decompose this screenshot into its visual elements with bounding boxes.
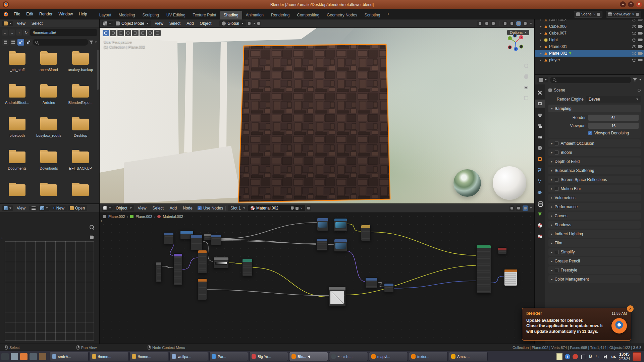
launcher-icon[interactable] — [11, 353, 18, 360]
shader-node[interactable] — [361, 225, 371, 241]
new-image-button[interactable]: + New — [50, 205, 67, 211]
shader-node[interactable] — [198, 279, 207, 300]
camera-visibility-icon[interactable] — [638, 32, 642, 35]
expand-icon[interactable]: ▸ — [540, 25, 543, 28]
unlink-material-icon[interactable]: × — [300, 206, 303, 210]
node-canvas[interactable]: ‹ Plane.002 › Plane.002 › Material.002 — [100, 213, 534, 344]
thumbnail-view-button[interactable] — [25, 39, 32, 46]
section-checkbox[interactable] — [555, 250, 559, 254]
section-volumetrics[interactable]: ▸Volumetrics — [548, 194, 641, 201]
chevron-down-icon[interactable] — [530, 23, 532, 24]
transform-orientation-selector[interactable]: Global — [219, 20, 246, 26]
section-ambient-occlusion[interactable]: ▸Ambient Occlusion — [548, 139, 641, 147]
update-notification[interactable]: blender 11:55 AM Update available for bl… — [522, 308, 631, 341]
folder-item[interactable]: acers3fand — [33, 50, 64, 82]
new-scene-icon[interactable] — [597, 13, 600, 16]
outliner-row-plane-002[interactable]: ▸Plane.002 — [535, 50, 644, 57]
preview-toggle-icon[interactable] — [523, 205, 528, 211]
vertical-list-view-button[interactable] — [2, 39, 9, 46]
fake-user-shield-icon[interactable] — [291, 206, 294, 210]
measure-tool[interactable] — [154, 30, 161, 36]
shader-node[interactable] — [384, 283, 394, 292]
back-button[interactable]: ← — [2, 29, 8, 36]
launcher-icon[interactable] — [1, 353, 9, 360]
editor-type-selector[interactable] — [102, 205, 113, 211]
new-viewlayer-icon[interactable] — [636, 13, 639, 16]
eye-icon[interactable] — [632, 45, 636, 48]
editor-type-selector[interactable] — [2, 205, 13, 211]
path-field[interactable]: /home/amalie/ — [30, 29, 97, 36]
tab-rendering[interactable]: Rendering — [267, 11, 293, 19]
notification-close-button[interactable]: × — [627, 305, 634, 312]
menu-view[interactable]: View — [135, 204, 150, 212]
object-data-properties-tab[interactable] — [535, 210, 545, 218]
window-titlebar[interactable]: Blender [/home/amalie/Desktop/blender/me… — [0, 0, 644, 9]
tab-layout[interactable]: Layout — [96, 11, 115, 19]
breadcrumb-material[interactable]: Material.002 — [163, 215, 183, 219]
tab-sculpting[interactable]: Sculpting — [139, 11, 163, 19]
folder-item[interactable]: AndroidStudi... — [1, 82, 33, 115]
horizontal-list-view-button[interactable] — [10, 39, 16, 46]
section-color-management[interactable]: ▸Color Management — [548, 275, 641, 283]
pan-hand-icon[interactable] — [89, 234, 95, 240]
shader-type-selector[interactable]: Object — [113, 205, 134, 211]
expand-icon[interactable]: ▸ — [540, 19, 543, 21]
material-preview-shading-icon[interactable] — [516, 21, 521, 26]
launcher-icon[interactable] — [39, 353, 46, 360]
chevron-down-icon[interactable] — [253, 23, 255, 24]
panel-toggle-icon[interactable]: › — [1, 236, 2, 241]
taskbar-window-6[interactable]: Ble... — [289, 352, 328, 361]
tab-shading[interactable]: Shading — [220, 11, 242, 19]
navigation-gizmo[interactable]: Y X Z — [506, 33, 525, 52]
select-box-tool[interactable] — [103, 30, 109, 36]
menu-select[interactable]: Select — [166, 20, 183, 27]
menu-add[interactable]: Add — [167, 204, 180, 212]
copy-material-icon[interactable] — [296, 207, 299, 210]
taskbar-window-8[interactable]: mapvi... — [369, 352, 408, 361]
breadcrumb-mesh[interactable]: Plane.002 — [136, 215, 152, 219]
tab-uv-editing[interactable]: UV Editing — [163, 11, 189, 19]
grid-view-button[interactable] — [17, 39, 24, 46]
modifier-properties-tab[interactable] — [535, 166, 545, 174]
folder-item[interactable]: _cb_stuff — [1, 50, 33, 82]
view-layer-properties-tab[interactable] — [535, 122, 545, 130]
eye-icon[interactable] — [632, 19, 636, 21]
eye-icon[interactable] — [632, 52, 636, 55]
tab-modeling[interactable]: Modeling — [115, 11, 139, 19]
network-tray-icon[interactable] — [596, 354, 601, 359]
taskbar-window-1[interactable]: /home... — [90, 352, 128, 361]
shader-node[interactable] — [334, 218, 347, 232]
physics-properties-tab[interactable] — [535, 188, 545, 196]
chevron-down-icon[interactable] — [95, 42, 97, 43]
expand-icon[interactable]: ▸ — [540, 32, 543, 35]
section-simplify[interactable]: ▸Simplify — [548, 248, 641, 256]
shader-node[interactable] — [329, 287, 346, 307]
shader-node[interactable] — [504, 269, 517, 286]
shader-node[interactable] — [316, 238, 328, 251]
scene-selector[interactable]: Scene × — [574, 11, 603, 18]
camera-visibility-icon[interactable] — [638, 25, 642, 28]
constraint-properties-tab[interactable] — [535, 199, 545, 207]
section-checkbox[interactable] — [555, 268, 559, 272]
info-tray-icon[interactable]: i — [565, 354, 570, 359]
shader-node[interactable] — [334, 239, 347, 252]
section-motion-blur[interactable]: ▸Motion Blur — [548, 185, 641, 192]
viewport-denoising-checkbox[interactable]: ✓ — [588, 131, 592, 135]
rendered-shading-icon[interactable] — [523, 21, 528, 26]
tab-geometry-nodes[interactable]: Geometry Nodes — [323, 11, 361, 19]
menu-view[interactable]: View — [14, 20, 29, 27]
folder-item[interactable]: BlenderExpo... — [65, 82, 96, 115]
outliner-row-light[interactable]: ▸Light — [535, 37, 644, 43]
folder-item[interactable]: Downloads — [33, 148, 64, 181]
open-image-button[interactable]: Open — [67, 205, 87, 211]
shader-node[interactable] — [191, 235, 203, 250]
material-slot-selector[interactable]: Slot 1 — [228, 205, 248, 211]
section-shadows[interactable]: ▸Shadows — [548, 221, 641, 229]
keyboard-layout-indicator[interactable]: us — [611, 354, 616, 359]
scale-tool[interactable] — [132, 30, 139, 36]
taskbar-window-5[interactable]: Big Yo... — [249, 352, 288, 361]
notes-tray-icon[interactable] — [556, 353, 562, 360]
shader-node[interactable] — [498, 247, 507, 254]
folder-item[interactable] — [1, 181, 33, 203]
camera-view-icon[interactable] — [523, 84, 529, 90]
